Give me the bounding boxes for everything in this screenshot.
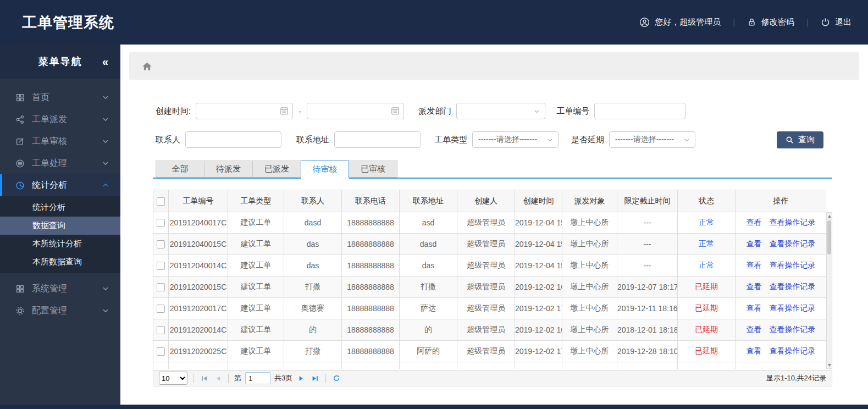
home-icon[interactable] [141,60,153,72]
calendar-icon[interactable] [279,106,289,115]
cell-order-type: 建议工单 [228,234,284,255]
contact-input[interactable] [185,131,281,148]
prev-page-icon[interactable] [213,373,223,383]
row-checkbox[interactable] [157,219,165,227]
sidebar-item-label: 系统管理 [32,283,102,295]
sidebar-subitem-statistics[interactable]: 统计分析 [0,198,120,217]
status-badge: 已延期 [678,341,736,362]
sidebar-item-home[interactable]: 首页 [0,86,120,108]
sidebar-subitem-local-statistics[interactable]: 本所统计分析 [0,235,120,253]
table-row: 201912020015C 建议工单 打撒 18888888888 打撒 超级管… [153,277,827,298]
cell-deadline: --- [617,212,678,234]
column-header: 派发对象 [562,190,617,212]
column-header: 创建人 [457,190,515,212]
created-from-input[interactable] [196,103,293,119]
cell-creator: 超级管理员 [457,234,515,255]
tab-dispatched[interactable]: 已派发 [252,161,301,178]
tab-all[interactable]: 全部 [156,161,204,178]
sidebar-subitem-local-data-query[interactable]: 本所数据查询 [0,253,120,271]
table-scrollbar[interactable] [826,212,832,369]
edit-icon [15,137,25,146]
status-badge [678,362,736,369]
created-to-input[interactable] [307,103,404,119]
view-log-link[interactable]: 查看操作记录 [769,218,815,226]
search-button[interactable]: 查询 [777,131,823,148]
sidebar-item-config[interactable]: 配置管理 [0,300,120,322]
cell-address: asd [400,212,457,234]
is-delayed-select[interactable]: -------请选择------- [609,131,695,148]
cell-actions [736,362,827,369]
sidebar-item-review[interactable]: 工单审核 [0,130,120,152]
next-page-icon[interactable] [296,373,306,383]
view-link[interactable]: 查看 [747,239,762,248]
row-checkbox[interactable] [157,240,165,248]
sidebar-item-system[interactable]: 系统管理 [0,278,120,300]
scroll-up-arrow-icon[interactable] [827,213,832,219]
calendar-icon[interactable] [390,106,400,115]
row-checkbox[interactable] [157,347,165,356]
view-log-link[interactable]: 查看操作记录 [769,282,815,291]
page-number-input[interactable] [245,372,270,384]
view-link[interactable]: 查看 [747,303,762,312]
column-header: 操作 [736,190,827,212]
tab-reviewed[interactable]: 已审核 [349,161,397,178]
first-page-icon[interactable] [199,373,209,383]
cell-creator: 超级管理员 [457,298,515,319]
row-checkbox[interactable] [157,262,165,270]
view-log-link[interactable]: 查看操作记录 [769,303,815,312]
dispatch-dept-select[interactable] [456,103,545,119]
sidebar-collapse-button[interactable]: « [102,56,108,68]
view-log-link[interactable]: 查看操作记录 [769,261,815,269]
cell-order-id: 201912020017C [169,298,228,319]
view-link[interactable]: 查看 [747,282,762,291]
cell-created-time: 2019-12-02 17 [515,298,562,319]
tab-to-review[interactable]: 待审核 [301,161,349,179]
sidebar-item-statistics[interactable]: 统计分析 [0,174,120,196]
cell-created-time: 2019-12-04 15 [515,255,562,277]
last-page-icon[interactable] [310,373,320,383]
status-badge: 正常 [678,255,736,277]
view-link[interactable]: 查看 [747,261,762,269]
cell-deadline: 2019-12-07 18:17 [617,277,678,298]
cell-order-id: 201912020014C [169,319,228,341]
sidebar-subitem-data-query[interactable]: 数据查询 [0,217,120,235]
view-log-link[interactable]: 查看操作记录 [769,239,815,248]
cell-creator: 超级管理员 [457,277,515,298]
table-row: 201912020025C 建议工单 打撒 18888888888 阿萨的 超级… [153,341,827,362]
cell-contact: 打撒 [284,341,342,362]
view-link[interactable]: 查看 [747,346,762,355]
view-link[interactable]: 查看 [747,325,762,334]
cell-dispatch-target: 墩上中心所 [562,341,617,362]
orders-table-panel: 工单编号工单类型联系人联系电话联系地址创建人创建时间派发对象限定截止时间状态操作… [153,190,832,369]
sidebar-item-dispatch[interactable]: 工单派发 [0,108,120,130]
tab-to-dispatch[interactable]: 待派发 [204,161,252,178]
view-log-link[interactable]: 查看操作记录 [769,346,815,355]
view-link[interactable]: 查看 [747,218,762,226]
pagination-bar: 10 第 共3页 显示1-10,共24记录 [153,370,832,386]
row-checkbox-cell [153,277,169,298]
user-greeting[interactable]: 您好，超级管理员 [639,17,721,27]
change-password-link[interactable]: 修改密码 [747,17,794,27]
per-page-select[interactable]: 10 [159,372,187,385]
refresh-icon[interactable] [331,373,341,383]
cell-address: 阿萨的 [400,341,457,362]
view-log-link[interactable]: 查看操作记录 [769,325,815,334]
order-type-select[interactable]: -------请选择------- [472,131,559,148]
scrollbar-thumb[interactable] [827,220,831,255]
sidebar-item-label: 工单派发 [32,114,102,125]
table-row: 201912040015C 建议工单 das 18888888888 dasd … [153,234,827,255]
logout-link[interactable]: 退出 [821,17,852,27]
scroll-down-arrow-icon[interactable] [827,362,832,368]
contact-address-input[interactable] [334,131,421,148]
cell-deadline [617,362,678,369]
pagination-divider [228,374,229,383]
order-no-input[interactable] [594,103,685,119]
contact-address-label: 联系地址 [296,135,329,145]
select-all-checkbox[interactable] [157,197,165,206]
cell-phone: 18888888888 [342,212,400,234]
row-checkbox[interactable] [157,305,165,313]
row-checkbox[interactable] [157,283,165,291]
sidebar-item-process[interactable]: 工单处理 [0,152,120,174]
row-checkbox[interactable] [157,326,165,334]
column-header: 状态 [678,190,736,212]
